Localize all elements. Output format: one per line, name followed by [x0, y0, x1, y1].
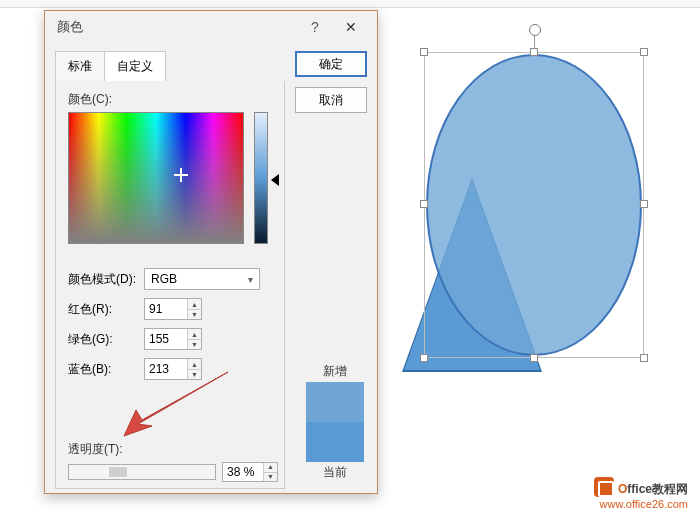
selection-box	[424, 52, 644, 358]
green-label: 绿色(G):	[68, 331, 144, 348]
watermark: Office教程网 www.office26.com	[594, 477, 688, 510]
luminance-arrow-icon[interactable]	[271, 174, 279, 186]
green-spin-buttons: ▲ ▼	[187, 329, 201, 349]
slider-track[interactable]	[69, 465, 215, 479]
blue-value[interactable]: 213	[145, 362, 187, 376]
ok-button[interactable]: 确定	[295, 51, 367, 77]
color-gradient[interactable]	[68, 112, 244, 244]
blue-row: 蓝色(B): 213 ▲ ▼	[68, 358, 272, 380]
blue-spinner[interactable]: 213 ▲ ▼	[144, 358, 202, 380]
blue-spin-buttons: ▲ ▼	[187, 359, 201, 379]
luminance-strip[interactable]	[254, 112, 268, 244]
transparency-spin-buttons: ▲ ▼	[263, 463, 277, 481]
color-swatches: 新增 当前	[303, 363, 367, 483]
watermark-url: www.office26.com	[594, 498, 688, 510]
resize-handle-ne[interactable]	[640, 48, 648, 56]
red-row: 红色(R): 91 ▲ ▼	[68, 298, 272, 320]
color-mode-label: 颜色模式(D):	[68, 271, 144, 288]
swatch-new	[306, 382, 364, 422]
watermark-icon	[594, 477, 614, 497]
red-label: 红色(R):	[68, 301, 144, 318]
watermark-brand-o: O	[618, 482, 627, 496]
dialog-title: 颜色	[53, 18, 297, 36]
dialog-body: 标准 自定义 确定 取消 颜色(C): 颜色模式(D): RGB ▾	[55, 51, 367, 483]
resize-handle-s[interactable]	[530, 354, 538, 362]
transparency-slider[interactable]: ‹ ›	[68, 464, 216, 480]
resize-handle-e[interactable]	[640, 200, 648, 208]
red-value[interactable]: 91	[145, 302, 187, 316]
green-value[interactable]: 155	[145, 332, 187, 346]
ok-button-label: 确定	[319, 56, 343, 73]
transparency-value[interactable]: 38 %	[223, 465, 263, 479]
tab-custom[interactable]: 自定义	[104, 51, 166, 82]
color-mode-select[interactable]: RGB ▾	[144, 268, 260, 290]
swatch-new-label: 新增	[303, 363, 367, 380]
swatch-current	[306, 422, 364, 462]
color-mode-row: 颜色模式(D): RGB ▾	[68, 268, 272, 290]
blue-spin-up[interactable]: ▲	[188, 359, 201, 369]
document-canvas[interactable]	[404, 40, 654, 370]
resize-handle-w[interactable]	[420, 200, 428, 208]
color-label: 颜色(C):	[68, 91, 272, 108]
color-mode-value: RGB	[151, 272, 177, 286]
red-spin-buttons: ▲ ▼	[187, 299, 201, 319]
watermark-brand-rest: ffice教程网	[627, 482, 688, 496]
cancel-button-label: 取消	[319, 92, 343, 109]
red-spinner[interactable]: 91 ▲ ▼	[144, 298, 202, 320]
green-row: 绿色(G): 155 ▲ ▼	[68, 328, 272, 350]
rotate-handle[interactable]	[529, 24, 541, 36]
custom-color-panel: 颜色(C): 颜色模式(D): RGB ▾ 红色(R): 91	[55, 81, 285, 489]
color-dialog: 颜色 ? ✕ 标准 自定义 确定 取消 颜色(C): 颜色模式(D):	[44, 10, 378, 494]
transparency-spinner[interactable]: 38 % ▲ ▼	[222, 462, 278, 482]
transparency-spin-down[interactable]: ▼	[264, 472, 277, 481]
transparency-spin-up[interactable]: ▲	[264, 463, 277, 472]
tab-standard[interactable]: 标准	[55, 51, 105, 82]
watermark-brand: Office教程网	[594, 477, 688, 498]
blue-label: 蓝色(B):	[68, 361, 144, 378]
green-spin-down[interactable]: ▼	[188, 339, 201, 349]
swatch-current-label: 当前	[303, 464, 367, 481]
blue-spin-down[interactable]: ▼	[188, 369, 201, 379]
transparency-label: 透明度(T):	[68, 441, 123, 458]
green-spinner[interactable]: 155 ▲ ▼	[144, 328, 202, 350]
green-spin-up[interactable]: ▲	[188, 329, 201, 339]
resize-handle-sw[interactable]	[420, 354, 428, 362]
dialog-titlebar[interactable]: 颜色 ? ✕	[45, 11, 377, 43]
slider-thumb[interactable]	[109, 467, 127, 477]
chevron-down-icon: ▾	[248, 274, 253, 285]
cancel-button[interactable]: 取消	[295, 87, 367, 113]
tabs: 标准 自定义	[55, 51, 166, 82]
help-button[interactable]: ?	[297, 19, 333, 35]
resize-handle-n[interactable]	[530, 48, 538, 56]
close-button[interactable]: ✕	[333, 19, 369, 35]
color-picker	[68, 112, 272, 260]
resize-handle-nw[interactable]	[420, 48, 428, 56]
red-spin-up[interactable]: ▲	[188, 299, 201, 309]
red-spin-down[interactable]: ▼	[188, 309, 201, 319]
ribbon-background	[0, 0, 700, 8]
resize-handle-se[interactable]	[640, 354, 648, 362]
